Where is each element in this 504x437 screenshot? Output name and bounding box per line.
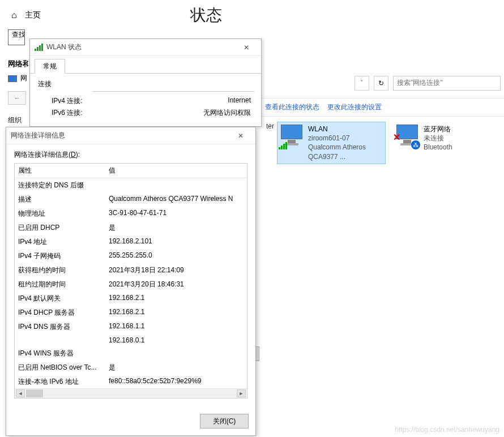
cmd-view-connection-status[interactable]: 查看此连接的状态 [265, 102, 319, 112]
property-cell: 连接-本地 IPv6 地址 [15, 375, 105, 388]
details-label-suffix: ): [76, 151, 80, 158]
settings-section-header: 网络和 [8, 59, 28, 69]
settings-nav-label: 网 [20, 74, 27, 83]
wlan-status-dialog: WLAN 状态 ✕ 常规 连接 IPv4 连接: Internet IPv6 连… [29, 38, 262, 127]
property-cell: 租约过期的时间 [15, 277, 105, 292]
details-grid: 属性 值 连接特定的 DNS 后缀描述Qualcomm Atheros QCA9… [14, 163, 247, 399]
address-dropdown-button[interactable]: ˅ [354, 76, 369, 91]
scroll-left-button[interactable]: ◄ [16, 389, 25, 397]
value-cell: fe80::58a0:5c2e:52b7:9e29%9 [105, 375, 247, 388]
refresh-button[interactable]: ↻ [374, 76, 388, 91]
status-row-ipv6: IPv6 连接: 无网络访问权限 [30, 107, 261, 119]
adapter-name: WLAN [308, 125, 383, 134]
status-value: 无网络访问权限 [203, 108, 251, 118]
adapter-list: WLAN ziroom601-07 Qualcomm Atheros QCA93… [255, 117, 504, 164]
details-label: 网络连接详细信息(D): [14, 150, 247, 160]
adapter-bluetooth[interactable]: ✕ ⁂ 蓝牙网络 未连接 Bluetooth [393, 122, 501, 164]
value-cell: 192.168.2.1 [105, 306, 247, 320]
wlan-status-titlebar[interactable]: WLAN 状态 ✕ [30, 39, 261, 56]
table-row[interactable]: IPv4 DNS 服务器192.168.1.1 [15, 320, 247, 334]
table-row[interactable]: IPv4 地址192.168.2.101 [15, 235, 247, 249]
home-label[interactable]: 主页 [25, 10, 41, 20]
status-key: IPv4 连接: [52, 96, 83, 106]
value-cell: 192.168.1.1 [105, 320, 247, 334]
property-cell: IPv4 DHCP 服务器 [15, 306, 105, 320]
close-button[interactable]: ✕ [230, 129, 251, 143]
col-header-property[interactable]: 属性 [15, 164, 105, 178]
cmd-change-connection-settings[interactable]: 更改此连接的设置 [327, 102, 382, 112]
status-key: IPv6 连接: [52, 108, 83, 118]
table-row[interactable]: 物理地址3C-91-80-47-61-71 [15, 207, 247, 221]
table-row[interactable]: 已启用 NetBIOS over Tc...是 [15, 361, 247, 375]
details-title: 网络连接详细信息 [11, 131, 65, 140]
table-row[interactable]: IPv4 默认网关192.168.2.1 [15, 292, 247, 306]
organize-label[interactable]: 组织 [8, 115, 27, 125]
refresh-icon: ↻ [378, 79, 384, 87]
scroll-right-button[interactable]: ► [237, 389, 246, 397]
table-row[interactable]: IPv4 DHCP 服务器192.168.2.1 [15, 306, 247, 320]
page-title: 状态 [190, 5, 222, 26]
property-cell: 连接特定的 DNS 后缀 [15, 178, 105, 192]
value-cell: 192.168.2.1 [105, 292, 247, 306]
table-row[interactable]: 获得租约的时间2021年3月18日 22:14:09 [15, 263, 247, 277]
wlan-status-title: WLAN 状态 [46, 42, 82, 52]
adapter-bluetooth-text: 蓝牙网络 未连接 Bluetooth [424, 125, 452, 161]
table-row[interactable]: 已启用 DHCP是 [15, 221, 247, 235]
adapter-device: Qualcomm Atheros QCA9377 ... [308, 143, 383, 161]
network-details-dialog: 网络连接详细信息 ✕ 网络连接详细信息(D): 属性 值 连接特定的 DNS 后… [6, 127, 256, 436]
close-dialog-button[interactable]: 关闭(C) [200, 414, 249, 429]
property-cell: IPv4 DNS 服务器 [15, 320, 105, 334]
value-cell: 2021年3月20日 18:46:31 [105, 277, 247, 292]
value-cell: 255.255.255.0 [105, 249, 247, 263]
monitor-icon [8, 75, 17, 82]
explorer-command-bar: 查看此连接的状态 更改此连接的设置 [255, 98, 504, 117]
horizontal-scrollbar[interactable]: ◄ ► [15, 388, 247, 398]
property-cell: 物理地址 [15, 207, 105, 221]
value-cell: 2021年3月18日 22:14:09 [105, 263, 247, 277]
table-row[interactable]: 租约过期的时间2021年3月20日 18:46:31 [15, 277, 247, 292]
table-row[interactable]: 连接特定的 DNS 后缀 [15, 178, 247, 192]
back-button[interactable]: ← [8, 91, 26, 105]
grid-header[interactable]: 属性 值 [15, 164, 247, 178]
grid-body[interactable]: 连接特定的 DNS 后缀描述Qualcomm Atheros QCA9377 W… [15, 178, 247, 388]
adapter-bluetooth-icon: ✕ ⁂ [395, 125, 419, 148]
explorer-search-input[interactable]: 搜索"网络连接" [393, 76, 501, 91]
scroll-track[interactable] [26, 389, 236, 397]
dialog-button-row: 关闭(C) [6, 408, 255, 435]
adapter-status: 未连接 [424, 134, 452, 143]
table-row[interactable]: IPv4 子网掩码255.255.255.0 [15, 249, 247, 263]
wifi-signal-icon [35, 44, 43, 51]
adapter-wlan-text: WLAN ziroom601-07 Qualcomm Atheros QCA93… [308, 125, 383, 161]
table-row[interactable]: IPv4 WINS 服务器 [15, 346, 247, 361]
property-cell: IPv4 地址 [15, 235, 105, 249]
explorer-addressbar: ˅ ↻ 搜索"网络连接" [255, 68, 504, 98]
tab-general[interactable]: 常规 [35, 59, 65, 74]
value-cell: 192.168.0.1 [105, 334, 247, 346]
value-cell [105, 178, 247, 192]
group-connection: 连接 [38, 79, 261, 89]
chevron-down-icon: ˅ [360, 79, 364, 87]
home-icon[interactable]: ⌂ [11, 10, 17, 20]
details-label-hotkey: D [71, 151, 76, 158]
property-cell [15, 334, 105, 346]
close-button[interactable]: ✕ [236, 41, 257, 54]
details-titlebar[interactable]: 网络连接详细信息 ✕ [6, 127, 255, 144]
col-header-value[interactable]: 值 [105, 164, 247, 178]
close-icon: ✕ [244, 44, 249, 52]
value-cell: 是 [105, 361, 247, 375]
table-row[interactable]: 连接-本地 IPv6 地址fe80::58a0:5c2e:52b7:9e29%9 [15, 375, 247, 388]
property-cell: IPv4 子网掩码 [15, 249, 105, 263]
settings-nav-item[interactable]: 网 [8, 74, 28, 83]
settings-search-input[interactable]: 查找 [8, 29, 25, 45]
property-cell: 描述 [15, 192, 105, 207]
table-row[interactable]: 描述Qualcomm Atheros QCA9377 Wireless N [15, 192, 247, 207]
tab-strip: 常规 [30, 56, 261, 74]
disconnected-x-icon: ✕ [393, 132, 400, 143]
settings-topbar: ⌂ 主页 [0, 0, 504, 26]
value-cell: Qualcomm Atheros QCA9377 Wireless N [105, 192, 247, 207]
adapter-wlan[interactable]: WLAN ziroom601-07 Qualcomm Atheros QCA93… [277, 122, 385, 164]
table-row[interactable]: 192.168.0.1 [15, 334, 247, 346]
adapter-ssid: ziroom601-07 [308, 134, 383, 143]
bluetooth-icon: ⁂ [411, 140, 420, 149]
scroll-thumb[interactable] [26, 389, 43, 397]
